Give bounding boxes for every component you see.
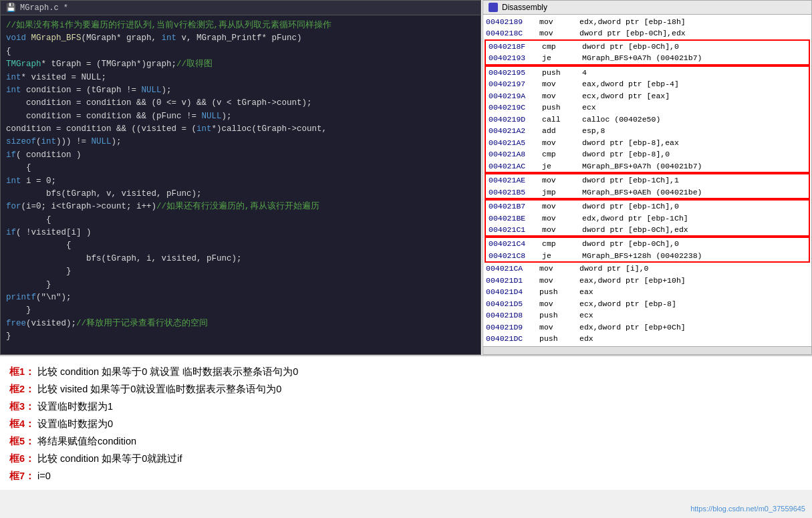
disasm-row[interactable]: 004021CAmovdword ptr [i],0 [483,263,811,274]
disasm-row[interactable]: 004021C4cmpdword ptr [ebp-0Ch],0 [486,238,809,249]
disasm-row[interactable]: 004021C1movdword ptr [ebp-0Ch],edx [486,224,809,235]
code-line: bfs(tGraph, v, visited, pFunc); [1,188,481,201]
disasm-row[interactable]: 004021DCpushedx [483,333,811,344]
disasm-row[interactable]: 00402197moveax,dword ptr [ebp-4] [486,78,809,90]
disasm-title-text: Disassembly [502,3,547,12]
disasm-operand: dword ptr [ebp-0Ch],edx [579,27,686,39]
code-line: int i = 0; [1,175,481,188]
disasm-row[interactable]: 004021D1moveax,dword ptr [ebp+10h] [483,275,811,286]
disasm-mnemonic: mov [542,90,582,102]
disasm-row[interactable]: 004021ACjeMGraph_BFS+0A7h (004021b7) [486,160,809,172]
code-line: { [1,162,481,174]
code-panel-title: 💾 MGraph.c * [1,1,481,15]
code-line: if( !visited[i] ) [1,227,481,239]
label-text: 设置临时数据为1 [37,398,113,415]
disasm-operand: dword ptr [ebp-1Ch],1 [582,174,679,186]
disasm-operand: edx,dword ptr [ebp+0Ch] [579,321,686,333]
disasm-addr: 00402195 [489,67,542,78]
label-text: i=0 [37,467,51,485]
disasm-row[interactable]: 0040219Amovecx,dword ptr [eax] [486,90,809,102]
disasm-scrollbar[interactable] [483,346,811,354]
disasm-addr: 0040219A [489,90,542,102]
code-line: void MGraph_BFS(MGraph* graph, int v, MG… [1,32,481,45]
code-line: bfs(tGraph, i, visited, pFunc); [1,253,481,265]
disasm-panel: Disassembly 00402189movedx,dword ptr [eb… [483,0,812,355]
disasm-mnemonic: cmp [542,238,582,249]
disasm-row[interactable]: 00402195push4 [486,67,809,78]
label-number: 框4： [9,415,35,432]
disasm-mnemonic: push [539,286,579,297]
disasm-row[interactable]: 0040219Cpushecx [486,102,809,113]
disasm-row[interactable]: 0040218Fcmpdword ptr [ebp-0Ch],0 [486,41,809,52]
code-line: { [1,214,481,227]
disasm-operand: 4 [582,67,587,78]
disasm-row[interactable]: 004021B7movdword ptr [ebp-1Ch],0 [486,201,809,212]
label-text: 比较 condition 如果等于0就跳过if [37,450,182,467]
disasm-mnemonic: mov [542,174,582,186]
code-line: for(i=0; i<tGraph->count; i++)//如果还有行没遍历… [1,201,481,213]
code-file-icon: 💾 [6,3,16,13]
disasm-row[interactable]: 0040218Cmovdword ptr [ebp-0Ch],edx [483,27,811,39]
disasm-box-group: 004021AEmovdword ptr [ebp-1Ch],1004021B5… [485,173,810,199]
code-line: condition = condition && ((visited = (in… [1,123,481,136]
disasm-row[interactable]: 004021BEmovedx,dword ptr [ebp-1Ch] [486,213,809,224]
disasm-row[interactable]: 00402193jeMGraph_BFS+0A7h (004021b7) [486,52,809,63]
disasm-addr: 004021C8 [489,250,542,261]
disasm-row[interactable]: 004021C8jeMGraph_BFS+128h (00402238) [486,250,809,261]
disasm-operand: ecx [579,309,593,321]
disasm-operand: edx,dword ptr [ebp-1Ch] [582,213,688,224]
label-number: 框6： [9,450,35,467]
disasm-row[interactable]: 004021AEmovdword ptr [ebp-1Ch],1 [486,174,809,186]
code-line: sizeof(int))) != NULL); [1,136,481,148]
disasm-row[interactable]: 004021A5movdword ptr [ebp-8],eax [486,137,809,148]
disasm-row[interactable]: 004021B5jmpMGraph_BFS+0AEh (004021be) [486,186,809,198]
disasm-addr: 004021A8 [489,148,542,160]
disasm-box-group: 00402195push400402197moveax,dword ptr [e… [485,66,810,173]
code-line: } [1,279,481,291]
disasm-operand: dword ptr [ebp-8],0 [582,148,670,160]
top-section: 💾 MGraph.c * //如果没有将i作为要遍历的行进队列,当前v行检测完,… [0,0,812,355]
disasm-mnemonic: mov [539,263,579,274]
annotation-label: 框2：比较 visited 如果等于0就设置临时数据表示整条语句为0 [9,380,803,398]
disasm-addr: 0040218F [489,41,542,52]
disasm-mnemonic: jmp [542,186,582,198]
code-line: int condition = (tGraph != NULL); [1,84,481,97]
disasm-addr: 004021BE [489,213,542,224]
annotation-label: 框4：设置临时数据为0 [9,415,803,432]
disasm-row[interactable]: 00402189movedx,dword ptr [ebp-18h] [483,16,811,27]
disasm-operand: eax,dword ptr [ebp-4] [582,78,679,90]
disasm-row[interactable]: 004021D8pushecx [483,309,811,321]
disasm-mnemonic: mov [542,201,582,212]
disasm-addr: 00402193 [489,52,542,63]
disasm-operand: MGraph_BFS+128h (00402238) [582,250,702,261]
disasm-operand: ecx,dword ptr [eax] [582,90,670,102]
disasm-title: Disassembly [483,1,811,15]
disasm-addr: 004021AE [489,174,542,186]
code-panel-title-text: MGraph.c * [20,3,68,13]
disasm-mnemonic: mov [542,78,582,90]
code-line: } [1,330,481,343]
disasm-addr: 0040219C [489,102,542,113]
disasm-operand: eax,dword ptr [ebp+10h] [579,275,686,286]
disasm-row[interactable]: 004021D5movecx,dword ptr [ebp-8] [483,298,811,309]
disasm-row[interactable]: 004021A8cmpdword ptr [ebp-8],0 [486,148,809,160]
code-line: int* visited = NULL; [1,72,481,84]
disasm-row[interactable]: 004021A2addesp,8 [486,125,809,136]
main-container: 💾 MGraph.c * //如果没有将i作为要遍历的行进队列,当前v行检测完,… [0,0,812,490]
disasm-content[interactable]: 00402189movedx,dword ptr [ebp-18h]004021… [483,15,811,346]
disasm-mnemonic: je [542,160,582,172]
code-content: //如果没有将i作为要遍历的行进队列,当前v行检测完,再从队列取元素循环同样操作… [1,15,481,347]
disasm-operand: dword ptr [ebp-0Ch],edx [582,224,688,235]
disasm-mnemonic: mov [542,224,582,235]
label-number: 框3： [9,398,35,415]
disasm-mnemonic: cmp [542,148,582,160]
disasm-mnemonic: mov [542,213,582,224]
disasm-row[interactable]: 004021D9movedx,dword ptr [ebp+0Ch] [483,321,811,333]
disasm-operand: edx,dword ptr [ebp-18h] [579,16,686,27]
code-line: printf("\n"); [1,291,481,304]
disasm-row[interactable]: 0040219Dcallcalloc (00402e50) [486,114,809,125]
label-text: 将结果赋值给condition [37,432,136,450]
label-number: 框5： [9,432,35,450]
disasm-row[interactable]: 004021D4pusheax [483,286,811,297]
annotation-label: 框3：设置临时数据为1 [9,398,803,415]
